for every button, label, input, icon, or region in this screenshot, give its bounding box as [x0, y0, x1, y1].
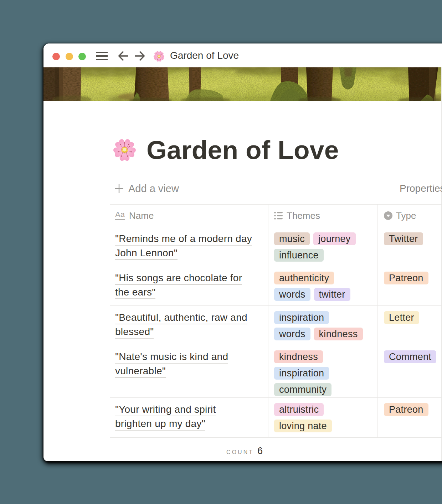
svg-text:Aa: Aa	[115, 211, 125, 219]
